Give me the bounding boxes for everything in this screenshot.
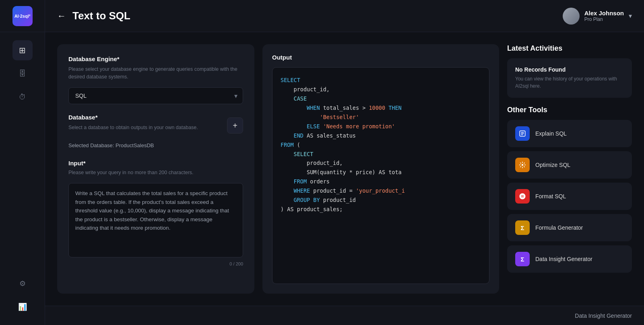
main-content: ← Text to SQL Alex Johnson Pro Plan ▾ Da… (45, 0, 644, 325)
sidebar-item-settings[interactable]: ⚙ (12, 274, 33, 294)
sidebar-logo: AI·2sql² (0, 0, 45, 32)
input-desc: Please write your query in no more than … (68, 169, 243, 177)
char-count: 0 / 200 (68, 261, 243, 266)
code-line-2: product_id, (281, 85, 481, 94)
no-records-desc: You can view the history of your operati… (515, 75, 624, 90)
code-line-10: product_id, (281, 158, 481, 168)
db-engine-section: Database Engine* Please select your data… (68, 56, 243, 104)
sidebar-bottom: ⚙ 📊 (12, 274, 33, 325)
data-insight-label: Data Insight Generator (535, 256, 592, 262)
back-button[interactable]: ← (57, 11, 66, 21)
code-line-11: SUM(quantity * price) AS tota (281, 168, 481, 177)
code-line-3: CASE (281, 94, 481, 103)
selected-database: Selected Database: ProductSalesDB (68, 141, 243, 150)
database-desc: Select a database to obtain outputs in y… (68, 124, 198, 132)
code-line-7: END AS sales_status (281, 131, 481, 140)
bottom-bar: Data Insight Generator (45, 306, 644, 325)
explain-sql-label: Explain SQL (535, 130, 567, 137)
tool-formula-generator[interactable]: Σ Formula Generator (507, 214, 632, 241)
grid-icon: ⊞ (19, 45, 26, 55)
code-output[interactable]: SELECT product_id, CASE WHEN total_sales… (272, 67, 489, 284)
code-line-13: WHERE product_id = 'your_product_i (281, 186, 481, 195)
settings-icon: ⚙ (19, 279, 26, 288)
db-engine-select-wrapper: SQL MySQL PostgreSQL SQLite Oracle MSSQL… (68, 87, 243, 104)
history-icon: ⏱ (19, 93, 26, 101)
svg-point-1 (522, 164, 524, 166)
optimize-sql-icon (515, 158, 530, 172)
other-tools-heading: Other Tools (507, 106, 632, 114)
code-line-14: GROUP BY product_id (281, 195, 481, 205)
database-header: Database* Select a database to obtain ou… (68, 114, 243, 138)
other-tools-section: Other Tools Explain SQL Optimize SQL (507, 106, 632, 277)
format-sql-icon (515, 189, 530, 204)
bottom-tool-label: Data Insight Generator (575, 313, 632, 319)
code-line-1: SELECT (281, 76, 481, 85)
db-engine-title: Database Engine* (68, 56, 243, 62)
optimize-sql-label: Optimize SQL (535, 162, 570, 168)
code-line-6: ELSE 'Needs more promotion' (281, 122, 481, 131)
no-records-title: No Records Found (515, 66, 624, 73)
header: ← Text to SQL Alex Johnson Pro Plan ▾ (45, 0, 644, 32)
sidebar: AI·2sql² ⊞ 🗄 ⏱ ⚙ 📊 (0, 0, 45, 325)
format-sql-label: Format SQL (535, 193, 566, 200)
chevron-down-icon[interactable]: ▾ (629, 12, 632, 20)
user-info: Alex Johnson Pro Plan (584, 10, 624, 22)
activity-card: No Records Found You can view the histor… (507, 58, 632, 98)
sidebar-nav: ⊞ 🗄 ⏱ (12, 32, 33, 274)
tool-format-sql[interactable]: Format SQL (507, 183, 632, 210)
tool-explain-sql[interactable]: Explain SQL (507, 120, 632, 147)
db-engine-desc: Please select your database engine to ge… (68, 66, 243, 81)
database-title: Database* (68, 114, 198, 121)
user-plan: Pro Plan (584, 16, 624, 22)
sidebar-item-analytics[interactable]: 📊 (12, 297, 33, 317)
activities-heading: Latest Activities (507, 44, 632, 53)
sidebar-item-dashboard[interactable]: ⊞ (12, 40, 33, 60)
input-section: Input* Please write your query in no mor… (68, 160, 243, 266)
input-title: Input* (68, 160, 243, 167)
output-panel: Output SELECT product_id, CASE WHEN tota… (262, 44, 499, 294)
formula-generator-icon: Σ (515, 220, 530, 235)
header-left: ← Text to SQL (57, 10, 130, 22)
database-col: Database* Select a database to obtain ou… (68, 114, 198, 138)
sidebar-item-history[interactable]: ⏱ (12, 87, 33, 107)
tool-data-insight-generator[interactable]: Σ Data Insight Generator (507, 245, 632, 273)
add-database-button[interactable]: + (227, 117, 243, 134)
input-textarea[interactable]: Write a SQL that calculates the total sa… (68, 183, 243, 257)
code-line-15: ) AS product_sales; (281, 205, 481, 214)
app-logo[interactable]: AI·2sql² (12, 6, 33, 26)
db-engine-select[interactable]: SQL MySQL PostgreSQL SQLite Oracle MSSQL (68, 87, 243, 104)
avatar (563, 8, 580, 25)
sidebar-item-database[interactable]: 🗄 (12, 64, 33, 84)
page-title: Text to SQL (72, 10, 130, 22)
data-insight-icon: Σ (515, 252, 530, 266)
left-panel: Database Engine* Please select your data… (57, 44, 254, 294)
database-icon: 🗄 (19, 70, 26, 78)
header-right: Alex Johnson Pro Plan ▾ (563, 8, 632, 25)
analytics-icon: 📊 (18, 302, 27, 311)
formula-generator-label: Formula Generator (535, 224, 583, 231)
code-line-5: 'Bestseller' (281, 113, 481, 122)
output-title: Output (272, 54, 489, 61)
code-line-4: WHEN total_sales > 10000 THEN (281, 103, 481, 113)
code-line-12: FROM orders (281, 177, 481, 186)
database-section: Database* Select a database to obtain ou… (68, 114, 243, 150)
code-line-9: SELECT (281, 150, 481, 159)
tool-optimize-sql[interactable]: Optimize SQL (507, 151, 632, 179)
content-area: Database Engine* Please select your data… (45, 32, 644, 306)
user-name: Alex Johnson (584, 10, 624, 16)
explain-sql-icon (515, 126, 530, 141)
activities-section: Latest Activities No Records Found You c… (507, 44, 632, 98)
right-panel: Latest Activities No Records Found You c… (507, 44, 632, 294)
code-line-8: FROM ( (281, 140, 481, 150)
